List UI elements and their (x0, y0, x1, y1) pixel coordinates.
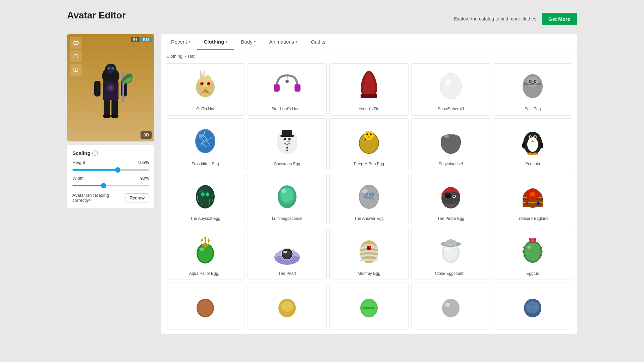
item-image (514, 177, 551, 214)
svg-rect-108 (530, 192, 535, 196)
item-card-bottom2[interactable] (248, 283, 327, 329)
item-card-eggtus[interactable]: Eggtus (493, 228, 572, 280)
svg-rect-11 (111, 100, 118, 115)
svg-rect-14 (94, 81, 101, 97)
avatar-legs-button[interactable] (70, 64, 82, 76)
item-card-frostbitten[interactable]: Frostbitten Egg (166, 118, 245, 171)
item-card-answer-egg[interactable]: 42 The Answer Egg (329, 173, 409, 225)
item-name: Griffin Hat (196, 107, 214, 112)
page-title: Avatar Editor (67, 10, 126, 21)
svg-marker-114 (204, 236, 207, 239)
item-card-snowspheroid[interactable]: SnowSpheroid (411, 63, 490, 116)
item-name: Eggvalanche! (439, 162, 463, 167)
item-card-treasure-eggland[interactable]: Treasure Eggland (493, 173, 572, 225)
redraw-text: Avatar isn't loading correctly? (72, 193, 125, 203)
item-image (432, 286, 469, 323)
item-card-aqua-pal[interactable]: Aqua Pal of Egg... (166, 228, 245, 280)
item-name: The Abyssal Egg (190, 216, 220, 222)
item-image (187, 177, 224, 214)
redraw-button[interactable]: Redraw (125, 193, 149, 202)
height-label: Height (72, 160, 85, 165)
item-card-close-eggcount[interactable]: Close Eggcount... (411, 228, 490, 280)
width-slider[interactable] (72, 185, 149, 186)
item-image (432, 177, 469, 214)
avatar-torso-button[interactable] (70, 50, 82, 62)
item-card-bottom3[interactable] (329, 283, 409, 329)
svg-point-87 (281, 189, 286, 193)
left-panel: R6 R15 (67, 34, 154, 334)
item-image: 42 (351, 177, 387, 214)
item-name: Eggtus (526, 271, 539, 277)
breadcrumb-parent[interactable]: Clothing (166, 54, 182, 59)
svg-rect-51 (282, 130, 292, 136)
item-card-mummy-egg[interactable]: Mummy Egg (329, 228, 409, 280)
svg-point-77 (527, 153, 533, 155)
animations-arrow: ▾ (296, 40, 298, 44)
svg-rect-0 (74, 55, 78, 58)
item-name: Peep-A-Boo Egg (354, 162, 384, 167)
svg-point-41 (535, 81, 536, 82)
item-card-seal-egg[interactable]: Seal Egg (493, 63, 572, 116)
tab-outfits[interactable]: Outfits (304, 34, 332, 50)
item-card-pegguin[interactable]: Pegguin (493, 118, 572, 171)
scaling-info-icon[interactable]: i (92, 150, 98, 156)
svg-point-12 (103, 114, 111, 118)
item-card-bottom4[interactable] (411, 283, 490, 329)
item-image (432, 67, 469, 104)
item-card-pirate-egg[interactable]: The Pirate Egg (411, 173, 490, 225)
svg-point-57 (286, 144, 288, 145)
svg-point-58 (288, 143, 290, 144)
svg-rect-33 (361, 94, 377, 98)
item-image (514, 232, 551, 268)
tab-clothing[interactable]: Clothing ▾ (197, 34, 234, 50)
svg-point-5 (107, 65, 114, 73)
item-name: Aqua Pal of Egg... (189, 271, 222, 277)
svg-point-159 (445, 303, 450, 307)
svg-point-132 (445, 243, 447, 245)
item-image (514, 67, 551, 104)
svg-point-97 (453, 195, 455, 197)
avatar-wings-button[interactable] (70, 37, 82, 49)
item-name: Yondu's Fin (359, 107, 379, 112)
badge-r15: R15 (141, 37, 152, 42)
svg-point-104 (526, 202, 528, 205)
item-name: Pegguin (525, 162, 540, 167)
get-more-button[interactable]: Get More (542, 13, 577, 25)
item-name: The Pearl (278, 271, 296, 277)
svg-point-149 (534, 238, 536, 241)
svg-point-127 (369, 247, 370, 248)
tab-body[interactable]: Body ▾ (234, 34, 262, 50)
item-card-starlord[interactable]: Star-Lord's Hea... (248, 63, 327, 116)
svg-point-74 (530, 136, 532, 138)
item-image (514, 122, 551, 159)
item-name: The Answer Egg (354, 216, 384, 222)
tab-animations[interactable]: Animations ▾ (263, 34, 304, 50)
svg-line-142 (540, 252, 543, 252)
svg-point-133 (450, 244, 452, 246)
item-card-griffin-hat[interactable]: Griffin Hat (166, 63, 245, 116)
tab-recent[interactable]: Recent ▾ (164, 34, 197, 50)
item-image (351, 122, 387, 159)
svg-point-110 (198, 245, 213, 262)
svg-rect-102 (523, 202, 543, 203)
svg-point-63 (364, 131, 374, 140)
item-card-eggvalanche[interactable]: Eggvalanche! (411, 118, 490, 171)
item-card-peep-a-boo[interactable]: Peep-A-Boo Egg (329, 118, 409, 171)
item-card-bottom5[interactable] (493, 283, 572, 329)
width-value: 90% (140, 176, 149, 181)
item-card-abyssal-egg[interactable]: The Abyssal Egg (166, 173, 245, 225)
svg-marker-115 (201, 238, 203, 241)
height-slider[interactable] (72, 169, 149, 171)
item-card-snowman[interactable]: Snowman Egg (248, 118, 327, 171)
avatar-figure (84, 41, 138, 135)
svg-point-54 (288, 138, 291, 140)
svg-point-137 (525, 242, 541, 261)
item-card-bottom1[interactable] (166, 283, 245, 329)
item-name: Snowman Egg (274, 162, 300, 167)
item-card-lumineggscence[interactable]: Lumineggscence (248, 173, 327, 225)
item-image (187, 286, 224, 323)
items-grid: Griffin Hat (161, 62, 577, 334)
item-card-yondu[interactable]: Yondu's Fin (329, 63, 409, 116)
item-card-the-pearl[interactable]: The Pearl (248, 228, 327, 280)
breadcrumb-child: Hat (188, 54, 195, 59)
